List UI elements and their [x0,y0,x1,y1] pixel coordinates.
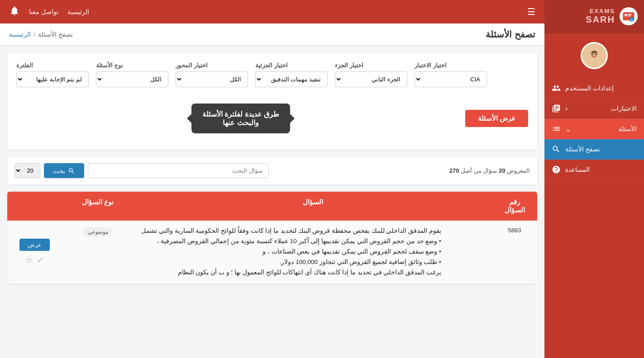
sidebar-item-questions-label: الأسئلة [618,125,637,132]
count-label: سؤال من أصل [461,167,497,174]
type-badge: موضوعي [83,227,113,237]
breadcrumb-home-link[interactable]: الرئيسية [9,31,31,38]
settings-icon [552,84,561,93]
filter-exam-label: اختيار الاختبار [415,62,447,69]
topbar: ☰ الرئيسية تواصل معنا [0,0,544,24]
filter-select[interactable]: لم يتم الإجابة عليها [16,71,89,87]
question-text: يقوم المدقق الداخلي للبنك بفحص محفظة قرو… [134,221,492,283]
search-bar-container: المعروض 20 سؤال من أصل 270 بحث 20 [7,157,537,184]
question-number: 5883 [492,221,537,283]
topbar-contact-link[interactable]: تواصل معنا [29,8,58,15]
filters-card: اختيار الاختبار CIA اختيار الجزء الجزء ا… [7,53,537,150]
search-input-group: بحث 20 [14,163,444,178]
browse-icon [552,145,561,154]
sidebar-item-exams[interactable]: الاختبارات ‹ [544,99,644,119]
hamburger-icon[interactable]: ☰ [527,6,535,17]
svg-rect-2 [625,14,627,16]
sidebar-item-settings[interactable]: إعدادات المستخدم [544,78,644,99]
topbar-left: ☰ [527,6,535,17]
star-icon[interactable]: ☆ [25,254,33,265]
col-header-type: نوع السؤال [62,192,134,221]
svg-point-8 [587,59,601,66]
notification-bell[interactable] [9,5,20,18]
breadcrumb-bar: تصفح الأسئلة تصفح الأسئلة / الرئيسية [0,24,544,46]
filter-sub-label: اختيار الجزئية [255,62,288,69]
avatar [581,42,608,69]
filter-filter: الفلترة لم يتم الإجابة عليها [16,62,89,87]
svg-text:S: S [631,19,633,22]
search-input[interactable] [88,163,269,178]
results-count: المعروض 20 سؤال من أصل 270 [449,167,530,174]
brand-name: EXAMS SARH [586,8,615,25]
page-title: تصفح الأسئلة [486,29,535,40]
sidebar-item-exams-label: الاختبارات [611,105,637,112]
col-header-num: رقم السؤال [492,192,537,221]
user-avatar-area [544,33,644,74]
breadcrumb-current: تصفح الأسئلة [38,31,73,38]
svg-rect-4 [628,15,631,16]
sidebar: S EXAMS SARH إعدادات المستخدم [544,0,644,358]
filter-part-label: اختيار الجزء [335,62,363,69]
filter-exam: اختيار الاختبار CIA [415,62,487,87]
sidebar-logo: S EXAMS SARH [544,0,644,33]
part-select[interactable]: الجزء الثاني [335,71,407,87]
filter-type-label: نوع الأسئلة [96,62,123,69]
filters-row: اختيار الاختبار CIA اختيار الجزء الجزء ا… [16,62,528,87]
question-type: موضوعي [62,221,134,283]
tooltip-wrapper: طرق عديدة لفلترة الأسئلة والبحث عنها [16,96,465,141]
page-body: تصفح الأسئلة تصفح الأسئلة / الرئيسية اخت… [0,24,544,358]
table-header: رقم السؤال السؤال نوع السؤال [7,192,537,221]
sidebar-item-browse[interactable]: تصفح الأسئلة [544,139,644,160]
chevron-down-icon: ⌄ [565,125,571,133]
count-total: 270 [449,167,459,174]
count-text: المعروض [507,167,530,174]
search-row: المعروض 20 سؤال من أصل 270 بحث 20 [14,163,530,178]
exam-select[interactable]: CIA [415,71,487,87]
questions-table: رقم السؤال السؤال نوع السؤال 5883 يقوم ا… [7,192,537,284]
main-content: ☰ الرئيسية تواصل معنا تصفح الأسئلة تصفح … [0,0,544,358]
sidebar-item-settings-label: إعدادات المستخدم [565,85,614,92]
chevron-left-icon: ‹ [565,104,568,113]
show-questions-button[interactable]: عرض الأسئلة [465,110,528,127]
question-actions: عرض ✓ ☆ [7,221,62,283]
questions-icon [552,124,561,133]
count-shown: 20 [499,167,505,174]
sidebar-item-questions[interactable]: الأسئلة ⌄ [544,119,644,139]
breadcrumb: تصفح الأسئلة / الرئيسية [9,31,73,38]
axis-select[interactable]: الكل [176,71,248,87]
breadcrumb-separator: / [33,31,35,38]
svg-point-10 [592,54,593,55]
topbar-home-link[interactable]: الرئيسية [67,8,89,15]
svg-point-11 [596,54,597,55]
col-header-actions [7,192,62,221]
filter-type: نوع الأسئلة الكل [96,62,168,87]
check-icon[interactable]: ✓ [37,254,44,265]
action-icons: ✓ ☆ [25,254,44,265]
sidebar-item-browse-label: تصفح الأسئلة [565,146,600,153]
svg-rect-3 [628,14,632,15]
filters-bottom: عرض الأسئلة طرق عديدة لفلترة الأسئلة وال… [16,96,528,141]
filter-axis-label: اختيار المحور [176,62,208,69]
sidebar-item-help-label: المساعدة [565,166,590,173]
filter-sub: اختيار الجزئية تنفيذ مهمات التدقيق [255,62,328,87]
help-icon [552,165,561,174]
view-button[interactable]: عرض [19,239,50,251]
bell-icon [9,5,20,16]
sidebar-item-help[interactable]: المساعدة [544,160,644,180]
sub-select[interactable]: تنفيذ مهمات التدقيق [255,71,328,87]
sidebar-navigation: إعدادات المستخدم الاختبارات ‹ الأسئلة ⌄ … [544,74,644,358]
per-page-select[interactable]: 20 [14,163,40,178]
topbar-right: الرئيسية تواصل معنا [9,5,89,18]
search-button[interactable]: بحث [44,163,84,178]
search-icon [68,167,75,174]
filter-part: اختيار الجزء الجزء الثاني [335,62,407,87]
filter-filter-label: الفلترة [16,62,33,69]
brand-icon: S [620,7,638,25]
table-row: 5883 يقوم المدقق الداخلي للبنك بفحص محفظ… [7,221,537,284]
type-select[interactable]: الكل [96,71,168,87]
filter-tooltip: طرق عديدة لفلترة الأسئلة والبحث عنها [191,104,290,133]
exams-icon [552,104,561,113]
filter-axis: اختيار المحور الكل [176,62,248,87]
col-header-question: السؤال [134,192,492,221]
